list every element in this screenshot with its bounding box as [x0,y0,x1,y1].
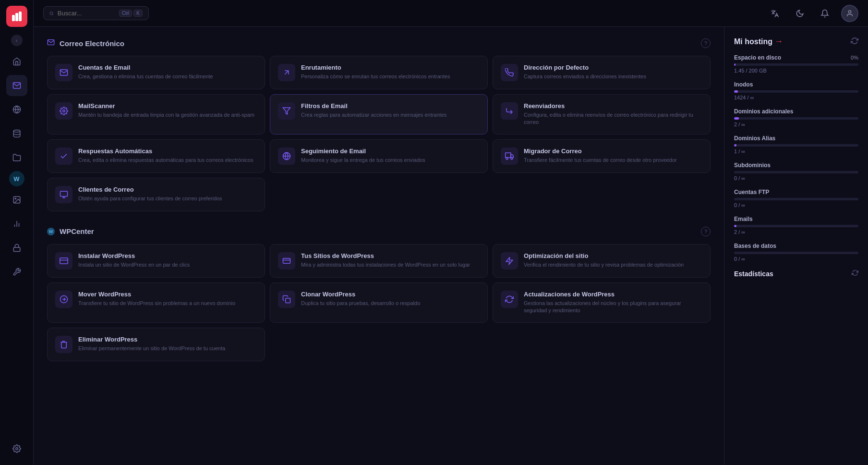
email-section-icon [47,38,55,48]
search-box[interactable]: Ctrl K [43,6,149,20]
wpcenter-section: W WPCenter ? Instalar WordPress Instala … [47,227,711,361]
card-icon-instalar-wordpress [55,252,72,269]
stat-bar-fill-espacio [734,63,735,66]
sidebar-item-domain[interactable] [6,99,27,120]
svg-rect-0 [12,15,15,21]
card-title-clientes-correo: Clientes de Correo [78,186,257,193]
stat-value-inodos: 1424 / ∞ [734,95,858,100]
card-eliminar-wordpress[interactable]: Eliminar WordPress Eliminar permanenteme… [47,328,265,361]
sidebar-item-files[interactable] [6,147,27,168]
sidebar-item-tools[interactable] [6,261,27,282]
stat-label-subdominios: Subdominios [734,162,771,169]
card-filtros-email[interactable]: Filtros de Email Crea reglas para automa… [270,94,488,135]
search-icon [49,10,54,17]
card-content-clonar-wordpress: Clonar WordPress Duplica tu sitio para p… [301,291,480,307]
svg-rect-28 [60,258,68,264]
card-desc-respuestas-automaticas: Crea, edita o elimina respuestas automát… [78,157,257,164]
stat-value-cuentas-ftp: 0 / ∞ [734,202,858,208]
estadisticas-refresh-button[interactable] [852,269,858,278]
card-seguimiento-email[interactable]: Seguimiento de Email Monitorea y sigue l… [270,139,488,173]
sidebar-item-wordpress[interactable]: W [9,171,24,186]
sidebar-item-home[interactable] [6,51,27,72]
sidebar-item-settings[interactable] [6,438,27,459]
stat-bar-espacio [734,63,858,66]
card-content-actualizaciones-wp: Actualizaciones de WordPress Gestiona la… [524,291,702,315]
card-icon-respuestas-automaticas [55,147,72,165]
card-optimizacion-sitio[interactable]: Optimización del sitio Verifica el rendi… [493,244,711,278]
wpcenter-section-help[interactable]: ? [701,227,711,236]
svg-point-7 [15,198,16,199]
content-area: Correo Electrónico ? Cuentas de Email Cr… [34,27,868,465]
stat-bar-cuentas-ftp [734,198,858,200]
card-title-direccion-defecto: Dirección por Defecto [524,64,702,71]
card-reenviadores[interactable]: Reenviadores Configura, edita o elimina … [493,94,711,135]
sidebar-item-security[interactable] [6,237,27,258]
stat-bar-subdominios [734,171,858,173]
card-icon-tus-sitios-wp [278,252,295,269]
card-tus-sitios-wp[interactable]: Tus Sitios de WordPress Mira y administr… [270,244,488,278]
stat-espacio-disco: Espacio en disco 0% 1.45 / 200 GB [734,54,858,73]
panel-refresh-button[interactable] [851,37,858,47]
stat-bar-fill-dominios-alias [734,144,736,147]
card-desc-actualizaciones-wp: Gestiona las actualizaciones del núcleo … [524,300,702,315]
stat-emails: Emails 2 / ∞ [734,216,858,235]
theme-icon[interactable] [791,5,808,22]
sidebar-item-email[interactable] [6,75,27,96]
k-key: K [133,10,143,17]
topbar: Ctrl K [34,0,868,27]
card-direccion-defecto[interactable]: Dirección por Defecto Captura correos en… [493,56,711,89]
card-clientes-correo[interactable]: Clientes de Correo Obtén ayuda para conf… [47,178,265,211]
card-content-enrutamiento: Enrutamiento Personaliza cómo se enrutan… [301,64,480,80]
svg-rect-11 [13,247,20,251]
card-respuestas-automaticas[interactable]: Respuestas Automáticas Crea, edita o eli… [47,139,265,173]
translate-icon[interactable] [766,5,784,22]
card-instalar-wordpress[interactable]: Instalar WordPress Instala un sitio de W… [47,244,265,278]
card-actualizaciones-wp[interactable]: Actualizaciones de WordPress Gestiona la… [493,282,711,323]
card-icon-mailscanner [55,102,72,120]
stat-value-espacio: 1.45 / 200 GB [734,68,858,73]
sidebar-item-screenshot[interactable] [6,189,27,210]
user-avatar[interactable] [841,5,858,22]
svg-line-16 [285,71,289,74]
card-content-eliminar-wordpress: Eliminar WordPress Eliminar permanenteme… [78,336,257,352]
stat-bar-fill-emails [734,225,736,227]
svg-marker-18 [283,108,290,114]
card-desc-mover-wordpress: Transfiere tu sitio de WordPress sin pro… [78,300,257,307]
svg-point-17 [63,110,65,112]
main-content: Correo Electrónico ? Cuentas de Email Cr… [34,27,724,465]
stat-value-subdominios: 0 / ∞ [734,175,858,181]
card-content-migrador-correo: Migrador de Correo Transfiere fácilmente… [524,147,702,164]
app-logo[interactable] [6,6,27,27]
sidebar-item-database[interactable] [6,123,27,144]
stat-label-inodos: Inodos [734,81,753,88]
sidebar: › W [0,0,34,465]
stat-bar-dominios-adicionales [734,117,858,120]
card-enrutamiento[interactable]: Enrutamiento Personaliza cómo se enrutan… [270,56,488,89]
wpcenter-cards-grid: Instalar WordPress Instala un sitio de W… [47,244,711,361]
stat-bar-fill-dominios-adicionales [734,117,739,120]
card-desc-filtros-email: Crea reglas para automatizar acciones en… [301,111,480,119]
card-title-enrutamiento: Enrutamiento [301,64,480,71]
card-desc-mailscanner: Mantén tu bandeja de entrada limpia con … [78,111,257,119]
email-section: Correo Electrónico ? Cuentas de Email Cr… [47,38,711,211]
card-desc-clientes-correo: Obtén ayuda para configurar tus clientes… [78,195,257,202]
estadisticas-header: Estadísticas [734,269,858,278]
stat-label-dominios-adicionales: Dominios adicionales [734,108,793,115]
card-desc-clonar-wordpress: Duplica tu sitio para pruebas, desarroll… [301,300,480,307]
card-migrador-correo[interactable]: Migrador de Correo Transfiere fácilmente… [493,139,711,173]
email-section-help[interactable]: ? [701,38,711,48]
card-desc-enrutamiento: Personaliza cómo se enrutan tus correos … [301,73,480,80]
card-cuentas-email[interactable]: Cuentas de Email Crea, gestiona o elimin… [47,56,265,89]
card-clonar-wordpress[interactable]: Clonar WordPress Duplica tu sitio para p… [270,282,488,323]
search-input[interactable] [58,10,115,17]
card-title-mailscanner: MailScanner [78,102,257,110]
card-title-seguimiento-email: Seguimiento de Email [301,147,480,155]
sidebar-collapse-button[interactable]: › [11,35,23,46]
notifications-icon[interactable] [816,5,833,22]
card-mailscanner[interactable]: MailScanner Mantén tu bandeja de entrada… [47,94,265,135]
stat-bar-emails [734,225,858,227]
svg-rect-34 [286,298,290,303]
card-mover-wordpress[interactable]: Mover WordPress Transfiere tu sitio de W… [47,282,265,323]
panel-title: Mi hosting [734,37,772,46]
sidebar-item-analytics[interactable] [6,213,27,234]
